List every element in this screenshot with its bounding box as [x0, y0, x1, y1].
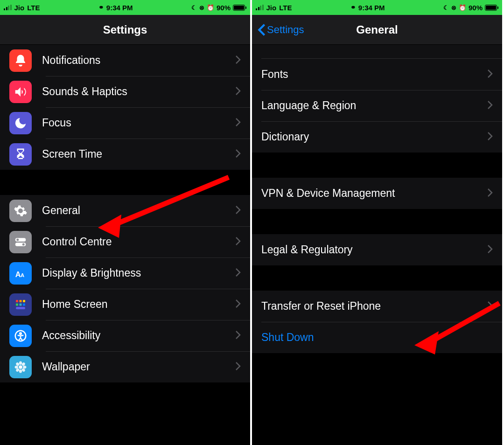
chevron-right-icon: [235, 118, 241, 129]
alarm-icon: ⏰: [207, 4, 214, 11]
row-vpn-device-management[interactable]: VPN & Device Management: [252, 178, 502, 209]
moon-icon: [9, 112, 32, 134]
chevron-right-icon: [235, 236, 241, 248]
svg-point-14: [20, 333, 21, 334]
chevron-right-icon: [235, 86, 241, 97]
signal-bars-icon: [4, 5, 12, 10]
svg-point-19: [23, 365, 27, 368]
row-home-screen[interactable]: Home Screen: [0, 289, 250, 320]
carrier-label: Jio: [266, 4, 277, 12]
chevron-right-icon: [235, 268, 241, 279]
gear-icon: [9, 200, 32, 222]
row-notifications[interactable]: Notifications: [0, 45, 250, 76]
svg-point-3: [22, 243, 25, 245]
settings-group-2: General Control Centre AA Display & Brig…: [0, 195, 250, 382]
battery-pct-label: 90%: [217, 4, 231, 12]
hourglass-icon: [9, 143, 32, 166]
row-screen-time[interactable]: Screen Time: [0, 139, 250, 170]
row-label: Shut Down: [261, 331, 493, 344]
flower-icon: [9, 356, 32, 378]
phone-general: Jio LTE ⚭ 9:34 PM ☾ ⊗ ⏰ 90% Settings Gen…: [252, 0, 504, 445]
status-center: ⚭ 9:34 PM: [98, 4, 133, 12]
text-size-icon: AA: [9, 262, 32, 285]
nav-bar: Settings: [0, 15, 250, 45]
row-language-region[interactable]: Language & Region: [252, 90, 502, 121]
svg-rect-12: [16, 307, 25, 309]
status-bar: Jio LTE ⚭ 9:34 PM ☾ ⊗ ⏰ 90%: [0, 0, 250, 15]
back-button[interactable]: Settings: [258, 23, 304, 36]
status-right: ☾ ⊗ ⏰ 90%: [443, 4, 498, 12]
svg-text:A: A: [21, 272, 24, 278]
svg-rect-9: [16, 303, 18, 306]
svg-point-17: [19, 369, 22, 373]
dnd-moon-icon: ☾: [443, 4, 449, 11]
orientation-lock-icon: ⊗: [199, 4, 204, 11]
row-display-brightness[interactable]: AA Display & Brightness: [0, 257, 250, 289]
row-label: Display & Brightness: [42, 267, 235, 279]
chevron-right-icon: [487, 188, 493, 199]
general-group-2: VPN & Device Management: [252, 178, 502, 209]
carrier-label: Jio: [14, 4, 25, 12]
svg-rect-6: [16, 300, 18, 302]
svg-rect-7: [20, 300, 22, 302]
signal-bars-icon: [256, 5, 264, 10]
row-label: General: [42, 204, 235, 217]
general-list[interactable]: Fonts Language & Region Dictionary VPN &…: [252, 45, 502, 445]
row-label: Language & Region: [261, 99, 487, 112]
chevron-right-icon: [235, 299, 241, 310]
svg-rect-11: [23, 303, 25, 306]
row-label: Sounds & Haptics: [42, 85, 235, 98]
general-group-3: Legal & Regulatory: [252, 234, 502, 265]
back-label: Settings: [267, 24, 304, 36]
orientation-lock-icon: ⊗: [451, 4, 456, 11]
chevron-right-icon: [235, 149, 241, 160]
chevron-right-icon: [487, 244, 493, 256]
phone-settings: Jio LTE ⚭ 9:34 PM ☾ ⊗ ⏰ 90% Settings: [0, 0, 252, 445]
bell-icon: [9, 49, 32, 72]
settings-list[interactable]: Notifications Sounds & Haptics Focus: [0, 45, 250, 445]
chevron-right-icon: [235, 205, 241, 216]
svg-point-15: [19, 365, 22, 369]
nav-bar: Settings General: [252, 15, 502, 45]
hotspot-icon: ⚭: [350, 4, 356, 11]
svg-text:A: A: [15, 270, 21, 278]
row-label: Focus: [42, 117, 235, 129]
row-sounds-haptics[interactable]: Sounds & Haptics: [0, 76, 250, 107]
row-focus[interactable]: Focus: [0, 107, 250, 139]
hotspot-icon: ⚭: [98, 4, 104, 11]
general-group-4: Transfer or Reset iPhone Shut Down: [252, 291, 502, 353]
row-label: Transfer or Reset iPhone: [261, 300, 487, 313]
chevron-right-icon: [487, 301, 493, 312]
status-center: ⚭ 9:34 PM: [350, 4, 385, 12]
row-control-centre[interactable]: Control Centre: [0, 226, 250, 257]
status-left: Jio LTE: [256, 4, 292, 12]
status-bar: Jio LTE ⚭ 9:34 PM ☾ ⊗ ⏰ 90%: [252, 0, 502, 15]
row-label: Dictionary: [261, 131, 487, 143]
row-general[interactable]: General: [0, 195, 250, 226]
row-label: Home Screen: [42, 298, 235, 311]
row-fonts[interactable]: Fonts: [252, 59, 502, 90]
battery-icon: [485, 5, 498, 11]
svg-point-18: [15, 365, 19, 368]
row-dictionary[interactable]: Dictionary: [252, 121, 502, 153]
row-legal-regulatory[interactable]: Legal & Regulatory: [252, 234, 502, 265]
row-label: Accessibility: [42, 329, 235, 342]
time-label: 9:34 PM: [358, 4, 385, 12]
row-wallpaper[interactable]: Wallpaper: [0, 351, 250, 382]
svg-point-16: [19, 361, 22, 365]
row-shut-down[interactable]: Shut Down: [252, 322, 502, 353]
chevron-right-icon: [487, 100, 493, 111]
chevron-right-icon: [487, 69, 493, 80]
chevron-right-icon: [235, 330, 241, 341]
chevron-right-icon: [487, 132, 493, 143]
row-transfer-reset[interactable]: Transfer or Reset iPhone: [252, 291, 502, 322]
row-label: Screen Time: [42, 148, 235, 160]
row-label: Notifications: [42, 54, 235, 67]
row-accessibility[interactable]: Accessibility: [0, 320, 250, 351]
status-right: ☾ ⊗ ⏰ 90%: [191, 4, 246, 12]
status-left: Jio LTE: [4, 4, 40, 12]
row-label: Control Centre: [42, 236, 235, 248]
partial-row-top[interactable]: [252, 45, 502, 59]
battery-pct-label: 90%: [469, 4, 483, 12]
row-label: Legal & Regulatory: [261, 243, 487, 256]
